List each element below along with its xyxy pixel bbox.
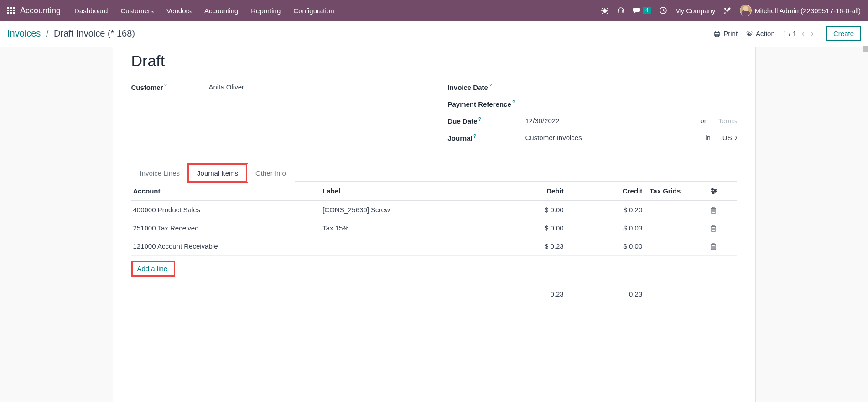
chat-icon[interactable]: 4 bbox=[633, 7, 651, 14]
action-button[interactable]: Action bbox=[746, 30, 775, 37]
tab-invoice-lines[interactable]: Invoice Lines bbox=[131, 164, 189, 182]
nav-vendors[interactable]: Vendors bbox=[160, 7, 198, 15]
cell-taxgrid[interactable] bbox=[646, 201, 707, 219]
total-credit: 0.23 bbox=[567, 282, 646, 303]
print-button[interactable]: Print bbox=[713, 30, 738, 37]
user-name: Mitchell Admin (22309517-16-0-all) bbox=[754, 7, 861, 15]
columns-settings-icon[interactable] bbox=[710, 188, 733, 194]
totals-row: 0.23 0.23 bbox=[131, 282, 737, 303]
th-credit[interactable]: Credit bbox=[567, 182, 646, 201]
nav-customers[interactable]: Customers bbox=[114, 7, 160, 15]
cell-account[interactable]: 251000 Tax Received bbox=[131, 219, 319, 237]
th-taxgrids[interactable]: Tax Grids bbox=[646, 182, 707, 201]
svg-rect-4 bbox=[10, 10, 12, 11]
svg-point-20 bbox=[712, 192, 714, 194]
form-left-col: Customer? Anita Oliver bbox=[131, 83, 421, 150]
due-date-or: or bbox=[700, 117, 706, 125]
nav-accounting[interactable]: Accounting bbox=[198, 7, 244, 15]
app-brand[interactable]: Accounting bbox=[20, 6, 61, 16]
print-icon bbox=[713, 30, 721, 37]
due-date-value[interactable]: 12/30/2022 bbox=[525, 117, 560, 125]
cell-debit[interactable]: $ 0.00 bbox=[489, 201, 567, 219]
create-button[interactable]: Create bbox=[826, 26, 861, 41]
cell-debit[interactable]: $ 0.23 bbox=[489, 237, 567, 256]
th-account[interactable]: Account bbox=[131, 182, 319, 201]
svg-rect-8 bbox=[13, 12, 15, 14]
invoice-date-label: Invoice Date? bbox=[448, 83, 525, 91]
th-debit[interactable]: Debit bbox=[489, 182, 567, 201]
svg-rect-2 bbox=[13, 7, 15, 9]
th-label[interactable]: Label bbox=[319, 182, 489, 201]
pager-next-icon[interactable]: › bbox=[810, 29, 815, 38]
pager: 1 / 1 ‹ › bbox=[783, 29, 815, 38]
svg-rect-13 bbox=[715, 35, 719, 37]
table-row[interactable]: 251000 Tax Received Tax 15% $ 0.00 $ 0.0… bbox=[131, 219, 737, 237]
nav-dashboard[interactable]: Dashboard bbox=[68, 7, 114, 15]
svg-rect-7 bbox=[10, 12, 12, 14]
table-row[interactable]: 121000 Account Receivable $ 0.23 $ 0.00 bbox=[131, 237, 737, 256]
scrollbar-thumb[interactable] bbox=[863, 46, 868, 52]
nav-reporting[interactable]: Reporting bbox=[244, 7, 287, 15]
gear-icon bbox=[746, 30, 753, 37]
support-icon[interactable] bbox=[617, 6, 625, 15]
cell-account[interactable]: 400000 Product Sales bbox=[131, 201, 319, 219]
svg-rect-5 bbox=[13, 10, 15, 11]
breadcrumb: Invoices / Draft Invoice (* 168) bbox=[7, 28, 135, 39]
journal-in: in bbox=[705, 134, 711, 141]
terms-field[interactable]: Terms bbox=[718, 117, 737, 125]
add-line-link[interactable]: Add a line bbox=[137, 265, 168, 272]
total-debit: 0.23 bbox=[489, 282, 567, 303]
cell-credit[interactable]: $ 0.20 bbox=[567, 201, 646, 219]
customer-label: Customer? bbox=[131, 83, 209, 91]
tab-journal-items[interactable]: Journal Items bbox=[188, 164, 247, 182]
cell-account[interactable]: 121000 Account Receivable bbox=[131, 237, 319, 256]
cell-credit[interactable]: $ 0.00 bbox=[567, 237, 646, 256]
table-row[interactable]: 400000 Product Sales [CONS_25630] Screw … bbox=[131, 201, 737, 219]
form-right-col: Invoice Date? Payment Reference? Due Dat… bbox=[448, 83, 737, 150]
user-menu[interactable]: Mitchell Admin (22309517-16-0-all) bbox=[740, 5, 861, 16]
avatar bbox=[740, 5, 752, 16]
company-switcher[interactable]: My Company bbox=[675, 7, 715, 15]
clock-icon[interactable] bbox=[660, 7, 667, 14]
breadcrumb-root[interactable]: Invoices bbox=[7, 28, 41, 38]
svg-rect-1 bbox=[10, 7, 12, 9]
add-line-row: Add a line bbox=[131, 256, 737, 282]
due-date-label: Due Date? bbox=[448, 116, 525, 125]
journal-label: Journal? bbox=[448, 133, 525, 142]
svg-point-19 bbox=[714, 190, 716, 192]
control-panel: Invoices / Draft Invoice (* 168) Print A… bbox=[0, 21, 868, 47]
apps-icon[interactable] bbox=[4, 7, 18, 14]
journal-table: Account Label Debit Credit Tax Grids 400… bbox=[131, 182, 737, 303]
journal-value[interactable]: Customer Invoices bbox=[525, 134, 582, 141]
cell-label[interactable] bbox=[319, 237, 489, 256]
bug-icon[interactable] bbox=[601, 7, 608, 14]
svg-point-9 bbox=[603, 9, 607, 13]
breadcrumb-current: Draft Invoice (* 168) bbox=[54, 28, 135, 38]
payment-ref-label: Payment Reference? bbox=[448, 99, 525, 108]
cell-label[interactable]: [CONS_25630] Screw bbox=[319, 201, 489, 219]
svg-rect-3 bbox=[7, 10, 9, 11]
delete-row-icon[interactable] bbox=[710, 206, 733, 214]
tab-other-info[interactable]: Other Info bbox=[247, 164, 295, 182]
tools-icon[interactable] bbox=[723, 6, 732, 15]
status-title: Draft bbox=[131, 52, 737, 70]
delete-row-icon[interactable] bbox=[710, 243, 733, 250]
svg-rect-6 bbox=[7, 12, 9, 14]
nav-configuration[interactable]: Configuration bbox=[287, 7, 340, 15]
delete-row-icon[interactable] bbox=[710, 224, 733, 232]
cell-label[interactable]: Tax 15% bbox=[319, 219, 489, 237]
cell-taxgrid[interactable] bbox=[646, 237, 707, 256]
cell-taxgrid[interactable] bbox=[646, 219, 707, 237]
pager-value[interactable]: 1 / 1 bbox=[783, 30, 796, 37]
currency-value[interactable]: USD bbox=[722, 134, 737, 141]
nav-menu: Dashboard Customers Vendors Accounting R… bbox=[68, 7, 340, 15]
svg-point-14 bbox=[748, 33, 750, 35]
customer-value[interactable]: Anita Oliver bbox=[209, 83, 421, 91]
th-options[interactable] bbox=[707, 182, 737, 201]
pager-prev-icon[interactable]: ‹ bbox=[801, 29, 806, 38]
cell-credit[interactable]: $ 0.03 bbox=[567, 219, 646, 237]
chat-badge: 4 bbox=[643, 7, 651, 14]
form-sheet: Draft Customer? Anita Oliver Invoice Dat… bbox=[113, 47, 756, 402]
cell-debit[interactable]: $ 0.00 bbox=[489, 219, 567, 237]
tabs: Invoice Lines Journal Items Other Info bbox=[131, 164, 737, 182]
